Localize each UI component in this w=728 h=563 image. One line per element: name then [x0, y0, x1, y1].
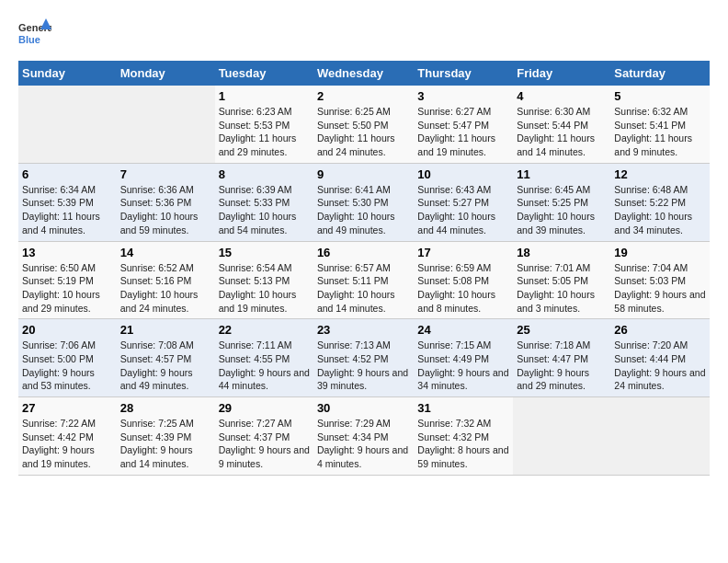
cell-info: Sunrise: 6:36 AMSunset: 5:36 PMDaylight:…: [120, 184, 199, 236]
calendar-cell: 29 Sunrise: 7:27 AMSunset: 4:37 PMDaylig…: [215, 397, 313, 476]
cell-info: Sunrise: 7:22 AMSunset: 4:42 PMDaylight:…: [22, 418, 96, 469]
day-number: 6: [22, 167, 113, 181]
calendar-cell: 14 Sunrise: 6:52 AMSunset: 5:16 PMDaylig…: [117, 241, 215, 319]
calendar-row: 6 Sunrise: 6:34 AMSunset: 5:39 PMDayligh…: [18, 163, 710, 241]
calendar-cell: 30 Sunrise: 7:29 AMSunset: 4:34 PMDaylig…: [313, 397, 414, 476]
calendar-cell: 17 Sunrise: 6:59 AMSunset: 5:08 PMDaylig…: [414, 241, 513, 319]
cell-info: Sunrise: 6:30 AMSunset: 5:44 PMDaylight:…: [517, 106, 595, 157]
cell-info: Sunrise: 6:52 AMSunset: 5:16 PMDaylight:…: [120, 262, 199, 314]
day-number: 30: [317, 401, 410, 415]
calendar-cell: 11 Sunrise: 6:45 AMSunset: 5:25 PMDaylig…: [513, 163, 610, 241]
day-number: 16: [317, 246, 410, 259]
calendar-table: SundayMondayTuesdayWednesdayThursdayFrid…: [18, 61, 710, 476]
weekday-header: Friday: [513, 61, 610, 86]
cell-info: Sunrise: 6:50 AMSunset: 5:19 PMDaylight:…: [22, 262, 100, 314]
day-number: 11: [517, 167, 607, 181]
calendar-cell: 24 Sunrise: 7:15 AMSunset: 4:49 PMDaylig…: [414, 319, 513, 397]
cell-info: Sunrise: 6:59 AMSunset: 5:08 PMDaylight:…: [417, 262, 495, 314]
calendar-cell: 10 Sunrise: 6:43 AMSunset: 5:27 PMDaylig…: [414, 163, 513, 241]
svg-text:Blue: Blue: [18, 34, 40, 45]
weekday-header: Saturday: [610, 61, 710, 86]
cell-info: Sunrise: 7:08 AMSunset: 4:57 PMDaylight:…: [120, 339, 194, 391]
day-number: 14: [120, 246, 211, 259]
day-number: 13: [22, 246, 113, 259]
day-number: 5: [614, 89, 706, 103]
cell-info: Sunrise: 6:43 AMSunset: 5:27 PMDaylight:…: [417, 184, 495, 236]
cell-info: Sunrise: 6:34 AMSunset: 5:39 PMDaylight:…: [22, 184, 100, 236]
calendar-row: 27 Sunrise: 7:22 AMSunset: 4:42 PMDaylig…: [18, 397, 710, 476]
cell-info: Sunrise: 6:39 AMSunset: 5:33 PMDaylight:…: [219, 184, 297, 236]
cell-info: Sunrise: 6:27 AMSunset: 5:47 PMDaylight:…: [417, 106, 495, 157]
day-number: 28: [120, 401, 211, 415]
logo: General Blue: [18, 18, 51, 52]
cell-info: Sunrise: 7:15 AMSunset: 4:49 PMDaylight:…: [417, 339, 508, 391]
cell-info: Sunrise: 6:25 AMSunset: 5:50 PMDaylight:…: [317, 106, 395, 157]
cell-info: Sunrise: 6:41 AMSunset: 5:30 PMDaylight:…: [317, 184, 395, 236]
day-number: 23: [317, 323, 410, 337]
cell-info: Sunrise: 7:20 AMSunset: 4:44 PMDaylight:…: [614, 339, 705, 391]
weekday-header-row: SundayMondayTuesdayWednesdayThursdayFrid…: [18, 61, 710, 86]
calendar-cell: 27 Sunrise: 7:22 AMSunset: 4:42 PMDaylig…: [18, 397, 117, 476]
cell-info: Sunrise: 7:32 AMSunset: 4:32 PMDaylight:…: [417, 418, 508, 469]
day-number: 25: [517, 323, 607, 337]
day-number: 26: [614, 323, 706, 337]
calendar-cell: 12 Sunrise: 6:48 AMSunset: 5:22 PMDaylig…: [610, 163, 710, 241]
day-number: 4: [517, 89, 607, 103]
day-number: 3: [417, 89, 509, 103]
calendar-cell: 1 Sunrise: 6:23 AMSunset: 5:53 PMDayligh…: [215, 86, 313, 163]
cell-info: Sunrise: 6:54 AMSunset: 5:13 PMDaylight:…: [219, 262, 297, 314]
calendar-cell: 18 Sunrise: 7:01 AMSunset: 5:05 PMDaylig…: [513, 241, 610, 319]
day-number: 21: [120, 323, 211, 337]
day-number: 1: [219, 89, 310, 103]
day-number: 7: [120, 167, 211, 181]
calendar-cell: [117, 86, 215, 163]
cell-info: Sunrise: 7:06 AMSunset: 5:00 PMDaylight:…: [22, 339, 96, 391]
calendar-cell: 21 Sunrise: 7:08 AMSunset: 4:57 PMDaylig…: [117, 319, 215, 397]
calendar-cell: 5 Sunrise: 6:32 AMSunset: 5:41 PMDayligh…: [610, 86, 710, 163]
cell-info: Sunrise: 6:48 AMSunset: 5:22 PMDaylight:…: [614, 184, 692, 236]
weekday-header: Tuesday: [215, 61, 313, 86]
weekday-header: Monday: [117, 61, 215, 86]
calendar-cell: 15 Sunrise: 6:54 AMSunset: 5:13 PMDaylig…: [215, 241, 313, 319]
logo-icon: General Blue: [18, 18, 51, 52]
calendar-cell: 25 Sunrise: 7:18 AMSunset: 4:47 PMDaylig…: [513, 319, 610, 397]
day-number: 12: [614, 167, 706, 181]
cell-info: Sunrise: 7:04 AMSunset: 5:03 PMDaylight:…: [614, 262, 705, 314]
day-number: 15: [219, 246, 310, 259]
day-number: 22: [219, 323, 310, 337]
calendar-cell: 16 Sunrise: 6:57 AMSunset: 5:11 PMDaylig…: [313, 241, 414, 319]
cell-info: Sunrise: 7:29 AMSunset: 4:34 PMDaylight:…: [317, 418, 408, 469]
calendar-cell: 23 Sunrise: 7:13 AMSunset: 4:52 PMDaylig…: [313, 319, 414, 397]
day-number: 9: [317, 167, 410, 181]
cell-info: Sunrise: 6:23 AMSunset: 5:53 PMDaylight:…: [219, 106, 297, 157]
calendar-cell: 2 Sunrise: 6:25 AMSunset: 5:50 PMDayligh…: [313, 86, 414, 163]
page-header: General Blue: [18, 18, 710, 52]
calendar-row: 13 Sunrise: 6:50 AMSunset: 5:19 PMDaylig…: [18, 241, 710, 319]
day-number: 31: [417, 401, 509, 415]
calendar-cell: 13 Sunrise: 6:50 AMSunset: 5:19 PMDaylig…: [18, 241, 117, 319]
weekday-header: Sunday: [18, 61, 117, 86]
calendar-cell: 20 Sunrise: 7:06 AMSunset: 5:00 PMDaylig…: [18, 319, 117, 397]
calendar-cell: 4 Sunrise: 6:30 AMSunset: 5:44 PMDayligh…: [513, 86, 610, 163]
calendar-cell: [18, 86, 117, 163]
day-number: 27: [22, 401, 113, 415]
calendar-cell: 31 Sunrise: 7:32 AMSunset: 4:32 PMDaylig…: [414, 397, 513, 476]
day-number: 19: [614, 246, 706, 259]
calendar-cell: 28 Sunrise: 7:25 AMSunset: 4:39 PMDaylig…: [117, 397, 215, 476]
calendar-row: 20 Sunrise: 7:06 AMSunset: 5:00 PMDaylig…: [18, 319, 710, 397]
calendar-cell: [513, 397, 610, 476]
calendar-cell: 22 Sunrise: 7:11 AMSunset: 4:55 PMDaylig…: [215, 319, 313, 397]
calendar-row: 1 Sunrise: 6:23 AMSunset: 5:53 PMDayligh…: [18, 86, 710, 163]
cell-info: Sunrise: 6:57 AMSunset: 5:11 PMDaylight:…: [317, 262, 395, 314]
cell-info: Sunrise: 7:25 AMSunset: 4:39 PMDaylight:…: [120, 418, 194, 469]
cell-info: Sunrise: 7:18 AMSunset: 4:47 PMDaylight:…: [517, 339, 590, 391]
day-number: 8: [219, 167, 310, 181]
cell-info: Sunrise: 7:13 AMSunset: 4:52 PMDaylight:…: [317, 339, 408, 391]
calendar-cell: 7 Sunrise: 6:36 AMSunset: 5:36 PMDayligh…: [117, 163, 215, 241]
day-number: 24: [417, 323, 509, 337]
day-number: 18: [517, 246, 607, 259]
cell-info: Sunrise: 7:11 AMSunset: 4:55 PMDaylight:…: [219, 339, 310, 391]
cell-info: Sunrise: 6:32 AMSunset: 5:41 PMDaylight:…: [614, 106, 692, 157]
calendar-cell: 19 Sunrise: 7:04 AMSunset: 5:03 PMDaylig…: [610, 241, 710, 319]
calendar-cell: [610, 397, 710, 476]
